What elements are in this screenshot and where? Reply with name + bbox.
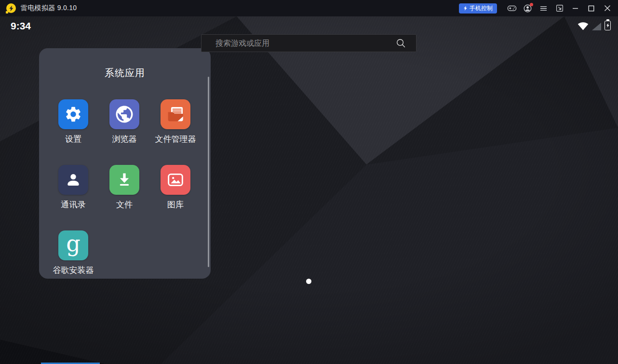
app-files[interactable]: 文件 <box>99 165 150 230</box>
gamepad-button[interactable] <box>504 0 520 16</box>
lightning-icon <box>463 5 468 11</box>
app-contacts[interactable]: 通讯录 <box>48 165 99 230</box>
gallery-image-icon <box>166 170 185 189</box>
resize-window-button[interactable] <box>551 0 567 16</box>
maximize-icon <box>588 5 594 12</box>
search-input[interactable] <box>202 39 395 48</box>
titlebar: 雷电模拟器 9.0.10 手机控制 <box>0 0 618 16</box>
notification-dot <box>530 3 533 6</box>
ldplayer-logo-icon <box>6 3 16 13</box>
file-manager-icon <box>165 104 186 124</box>
contacts-person-icon <box>64 171 82 189</box>
search-icon[interactable] <box>395 38 406 49</box>
gear-icon <box>64 105 82 123</box>
menu-button[interactable] <box>536 0 551 16</box>
menu-icon <box>539 4 548 13</box>
system-apps-folder: 系统应用 设置 浏览器 <box>39 48 211 279</box>
app-grid: 设置 浏览器 <box>48 99 202 296</box>
app-label: 文件 <box>116 199 133 210</box>
titlebar-controls: 手机控制 <box>459 0 618 16</box>
app-label: 文件管理器 <box>155 134 196 145</box>
search-bar <box>201 34 416 52</box>
minimize-button[interactable] <box>567 0 583 16</box>
google-installer-icon: g <box>66 232 80 255</box>
android-screen: 9:34 系统应用 <box>0 16 618 364</box>
battery-charging-icon <box>605 21 611 30</box>
page-indicator-dot <box>306 279 311 284</box>
wifi-icon <box>578 22 589 30</box>
app-gallery[interactable]: 图库 <box>150 165 201 230</box>
folder-title: 系统应用 <box>39 67 211 80</box>
app-label: 设置 <box>65 134 81 145</box>
close-icon <box>604 5 611 12</box>
signal-triangle-icon <box>592 23 601 30</box>
minimize-icon <box>572 5 578 12</box>
phone-control-label: 手机控制 <box>470 4 493 13</box>
close-button[interactable] <box>599 0 615 16</box>
maximize-button[interactable] <box>583 0 599 16</box>
download-icon <box>115 171 134 189</box>
window-title: 雷电模拟器 9.0.10 <box>21 4 77 13</box>
folder-scrollbar[interactable] <box>208 77 209 267</box>
globe-icon <box>114 104 134 124</box>
app-browser[interactable]: 浏览器 <box>99 99 150 165</box>
app-settings[interactable]: 设置 <box>48 99 99 165</box>
app-label: 通讯录 <box>61 199 86 210</box>
phone-control-button[interactable]: 手机控制 <box>459 3 497 13</box>
app-google-installer[interactable]: g 谷歌安装器 <box>48 230 99 296</box>
app-label: 图库 <box>167 199 184 210</box>
account-button[interactable] <box>520 0 536 16</box>
gamepad-icon <box>507 3 517 13</box>
app-file-manager[interactable]: 文件管理器 <box>150 99 201 165</box>
status-time: 9:34 <box>11 20 31 32</box>
app-label: 谷歌安装器 <box>53 265 94 276</box>
emulator-window: 雷电模拟器 9.0.10 手机控制 <box>0 0 618 364</box>
app-label: 浏览器 <box>112 134 137 145</box>
resize-icon <box>555 4 564 13</box>
status-icons <box>578 19 611 30</box>
